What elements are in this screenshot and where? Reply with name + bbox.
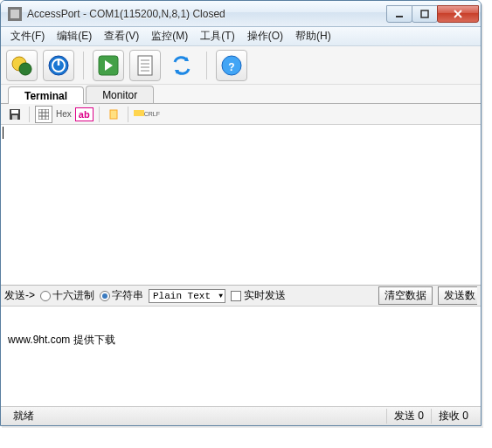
highlight-icon[interactable] <box>105 106 122 123</box>
string-radio-label: 字符串 <box>112 288 143 303</box>
app-window: AccessPort - COM1(115200,N,8,1) Closed 文… <box>0 0 482 426</box>
refresh-button[interactable] <box>166 50 197 81</box>
svg-rect-20 <box>11 110 18 114</box>
send-label: 发送-> <box>4 288 35 303</box>
svg-text:?: ? <box>228 61 234 73</box>
send-text-content: www.9ht.com 提供下载 <box>8 334 115 346</box>
realtime-label: 实时发送 <box>244 288 286 303</box>
svg-rect-27 <box>110 110 117 119</box>
grid-icon[interactable] <box>35 106 52 123</box>
menu-tools[interactable]: 工具(T) <box>194 27 240 45</box>
maximize-button[interactable] <box>412 5 438 23</box>
settings-button[interactable] <box>6 50 38 81</box>
svg-rect-21 <box>12 115 17 120</box>
menubar: 文件(F) 编辑(E) 查看(V) 监控(M) 工具(T) 操作(O) 帮助(H… <box>1 27 481 46</box>
radio-icon <box>40 291 51 301</box>
string-radio[interactable]: 字符串 <box>100 288 143 303</box>
format-select[interactable]: Plain Text <box>149 289 225 303</box>
svg-rect-22 <box>38 109 49 120</box>
menu-file[interactable]: 文件(F) <box>4 27 51 45</box>
tab-terminal[interactable]: Terminal <box>8 86 84 104</box>
svg-rect-12 <box>138 56 152 75</box>
realtime-checkbox[interactable]: 实时发送 <box>231 288 286 303</box>
main-toolbar: ? <box>1 46 481 85</box>
client-area: ? Terminal Monitor Hex ab CRLF 发送-> 十六进制 <box>1 46 481 425</box>
status-tx: 发送 0 <box>386 409 431 424</box>
close-button[interactable] <box>437 5 479 23</box>
radio-icon <box>100 291 110 301</box>
menu-monitor[interactable]: 监控(M) <box>145 27 194 45</box>
receive-area[interactable] <box>1 125 481 286</box>
crlf-icon[interactable]: CRLF <box>134 106 160 123</box>
send-toolbar: 发送-> 十六进制 字符串 Plain Text 实时发送 清空数据 发送数 <box>1 286 481 307</box>
menu-operation[interactable]: 操作(O) <box>241 27 289 45</box>
toolbar-separator <box>83 52 84 79</box>
toolbar-separator <box>206 52 207 79</box>
sub-separator <box>29 107 30 122</box>
text-cursor <box>3 127 3 139</box>
svg-rect-1 <box>10 10 19 18</box>
minimize-button[interactable] <box>386 5 412 23</box>
window-title: AccessPort - COM1(115200,N,8,1) Closed <box>27 8 387 20</box>
status-rx: 接收 0 <box>431 409 475 424</box>
checkbox-icon <box>231 291 241 301</box>
svg-point-7 <box>19 63 31 75</box>
titlebar[interactable]: AccessPort - COM1(115200,N,8,1) Closed <box>1 1 481 27</box>
ab-button[interactable]: ab <box>75 107 94 121</box>
run-button[interactable] <box>93 50 124 81</box>
send-area[interactable]: www.9ht.com 提供下载 <box>1 307 481 406</box>
status-ready: 就绪 <box>6 409 386 424</box>
send-button[interactable]: 发送数 <box>438 286 477 305</box>
clear-button[interactable]: 清空数据 <box>378 286 433 305</box>
power-button[interactable] <box>43 50 74 81</box>
save-icon[interactable] <box>6 106 24 123</box>
menu-help[interactable]: 帮助(H) <box>289 27 337 45</box>
status-bar: 就绪 发送 0 接收 0 <box>1 406 481 425</box>
window-controls <box>387 5 479 23</box>
sub-separator <box>128 107 128 122</box>
hex-radio-label: 十六进制 <box>52 288 94 303</box>
tab-monitor[interactable]: Monitor <box>86 86 154 103</box>
sub-toolbar: Hex ab CRLF <box>1 104 481 125</box>
document-button[interactable] <box>129 50 161 81</box>
hex-label[interactable]: Hex <box>56 109 72 119</box>
sub-separator <box>99 107 100 122</box>
menu-view[interactable]: 查看(V) <box>98 27 145 45</box>
tab-bar: Terminal Monitor <box>1 85 481 104</box>
svg-rect-3 <box>421 10 428 17</box>
svg-rect-28 <box>134 110 144 116</box>
app-icon <box>8 7 22 21</box>
hex-radio[interactable]: 十六进制 <box>40 288 94 303</box>
help-button[interactable]: ? <box>216 50 247 81</box>
menu-edit[interactable]: 编辑(E) <box>51 27 98 45</box>
